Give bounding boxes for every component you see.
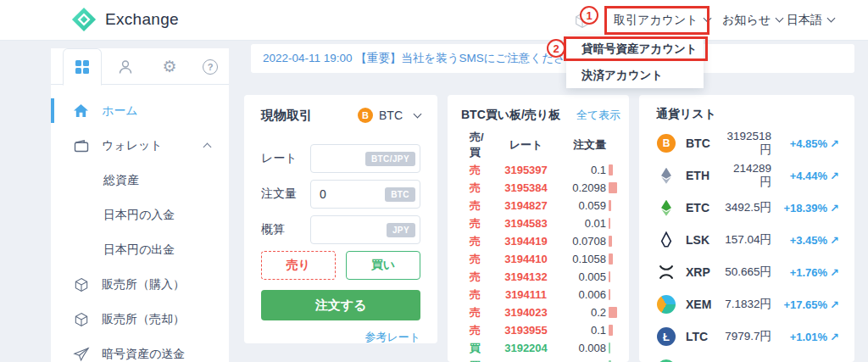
nav-news[interactable]: お知らせ bbox=[722, 0, 782, 40]
depth-bar bbox=[609, 325, 613, 336]
sidebar-item-sales-buy[interactable]: 販売所（購入） bbox=[51, 267, 229, 302]
reference-rate-link[interactable]: 参考レート bbox=[261, 330, 420, 345]
order-side: 売 bbox=[461, 287, 493, 303]
tab-apps[interactable] bbox=[63, 48, 102, 86]
xrp-icon bbox=[656, 263, 676, 281]
tab-help[interactable]: ? bbox=[191, 48, 230, 85]
currency-list-rows: BBTC3192518円+4.85%↗ETH214289円+4.44%↗ETC3… bbox=[656, 127, 839, 362]
depth-bar-slot bbox=[606, 218, 620, 229]
order-book-title: BTC買い板/売り板 bbox=[461, 108, 576, 123]
sell-button[interactable]: 売り bbox=[261, 251, 336, 280]
paper-plane-icon bbox=[73, 347, 90, 362]
currency-row[interactable]: XRP50.665円+1.76%↗ bbox=[656, 256, 839, 288]
currency-symbol: ETC bbox=[686, 201, 723, 214]
chevron-down-icon bbox=[414, 109, 422, 118]
trend-up-icon: ↗ bbox=[830, 170, 839, 182]
order-rate: 3194827 bbox=[493, 199, 559, 212]
currency-list-card: 通貨リスト BBTC3192518円+4.85%↗ETH214289円+4.44… bbox=[639, 95, 854, 362]
sidebar-item-home[interactable]: ホーム bbox=[51, 93, 229, 128]
order-book-rows: 売31953970.1売31953840.2098売31948270.059売3… bbox=[461, 161, 620, 362]
wallet-icon bbox=[73, 137, 90, 154]
currency-change: +17.65%↗ bbox=[776, 298, 839, 311]
sidebar-item-label: 総資産 bbox=[103, 173, 139, 188]
trend-up-icon: ↗ bbox=[830, 298, 839, 311]
sidebar-item-wallet[interactable]: ウォレット bbox=[51, 128, 229, 163]
order-qty: 0.008 bbox=[559, 342, 606, 354]
sidebar-item-total-assets[interactable]: 総資産 bbox=[51, 163, 229, 198]
eth-icon bbox=[656, 166, 676, 185]
sidebar-item-label: 日本円の入金 bbox=[103, 208, 175, 223]
sidebar-item-sales-sell[interactable]: 販売所（売却） bbox=[51, 302, 229, 337]
sidebar-nav: ホーム ウォレット 総資産 日本円の入金 日本円の出金 bbox=[51, 85, 229, 362]
chevron-down-icon bbox=[827, 14, 836, 23]
currency-row[interactable]: BBTC3192518円+4.85%↗ bbox=[656, 127, 839, 159]
currency-row[interactable]: ŁLTC7979.7円+1.01%↗ bbox=[656, 320, 839, 353]
depth-bar bbox=[609, 164, 613, 175]
show-all-link[interactable]: 全て表示 bbox=[576, 108, 620, 123]
amount-input[interactable]: 0 BTC bbox=[310, 180, 420, 209]
currency-symbol: XEM bbox=[686, 298, 723, 311]
order-side: 売 bbox=[461, 181, 493, 196]
currency-price: 157.04円 bbox=[723, 232, 776, 248]
order-side: 売 bbox=[461, 252, 493, 267]
spot-trading-title: 現物取引 bbox=[261, 108, 358, 124]
nav-language-label: 日本語 bbox=[787, 13, 822, 28]
currency-row[interactable]: ETC3492.5円+18.39%↗ bbox=[656, 192, 839, 224]
cube-icon bbox=[73, 311, 90, 328]
order-rate: 3194132 bbox=[493, 270, 559, 283]
order-qty: 0.1 bbox=[559, 324, 606, 337]
trend-up-icon: ↗ bbox=[830, 331, 839, 343]
estimate-unit-badge: JPY bbox=[387, 223, 415, 237]
order-qty: 0.059 bbox=[559, 199, 606, 212]
currency-symbol: XRP bbox=[686, 265, 723, 279]
estimate-input[interactable]: JPY bbox=[310, 215, 420, 244]
sidebar-item-label: 販売所（購入） bbox=[102, 277, 185, 292]
apps-grid-icon bbox=[75, 60, 89, 74]
sidebar-item-jpy-withdrawal[interactable]: 日本円の出金 bbox=[51, 232, 229, 267]
currency-row[interactable]: LSK157.04円+3.45%↗ bbox=[656, 224, 839, 256]
depth-bar bbox=[609, 218, 610, 229]
currency-price: 3492.5円 bbox=[723, 200, 776, 215]
currency-row[interactable]: XEM7.1832円+17.65%↗ bbox=[656, 288, 839, 320]
currency-symbol: BTC bbox=[686, 136, 723, 150]
pair-selector[interactable]: B BTC bbox=[358, 108, 420, 123]
order-rate: 3193955 bbox=[493, 324, 559, 337]
order-book-row: 売31953970.1 bbox=[461, 161, 620, 179]
sidebar-item-label: ウォレット bbox=[102, 138, 163, 153]
submit-order-button[interactable]: 注文する bbox=[261, 290, 420, 320]
highlight-box-step1 bbox=[604, 6, 709, 35]
header: Exchange 取引アカウント お知らせ 日本語 bbox=[0, 0, 868, 40]
buy-button[interactable]: 買い bbox=[346, 251, 420, 280]
sidebar-item-crypto-send[interactable]: 暗号資産の送金 bbox=[51, 337, 229, 362]
currency-price: 214289円 bbox=[723, 162, 776, 190]
order-qty: 0.1058 bbox=[559, 253, 606, 265]
order-book-row: 売31944190.0708 bbox=[461, 232, 620, 250]
col-qty: 注文量 bbox=[559, 137, 606, 153]
order-qty: 0.1 bbox=[559, 164, 606, 176]
currency-row[interactable]: ETH214289円+4.44%↗ bbox=[656, 159, 839, 192]
order-book-card: BTC買い板/売り板 全て表示 売/買 レート 注文量 売31953970.1売… bbox=[448, 95, 629, 362]
nav-language[interactable]: 日本語 bbox=[787, 0, 834, 40]
currency-change: +1.76%↗ bbox=[776, 266, 839, 279]
currency-change: +1.01%↗ bbox=[776, 331, 839, 343]
depth-bar-slot bbox=[606, 271, 620, 282]
pair-label: BTC bbox=[379, 109, 403, 122]
order-rate: 3194111 bbox=[493, 288, 559, 301]
depth-bar-slot bbox=[606, 200, 620, 211]
depth-bar-slot bbox=[606, 343, 620, 354]
brand[interactable]: Exchange bbox=[71, 7, 179, 32]
rate-input[interactable]: BTC/JPY bbox=[310, 144, 420, 173]
annotation-step1: 1 bbox=[580, 6, 598, 25]
dropdown-item-settlement-account[interactable]: 決済アカウント bbox=[566, 62, 704, 88]
col-rate: レート bbox=[493, 137, 559, 153]
sidebar-item-label: ホーム bbox=[102, 103, 138, 119]
order-side: 売 bbox=[461, 163, 493, 178]
tab-settings[interactable]: ⚙ bbox=[150, 48, 189, 85]
order-book-row: 売31945830.01 bbox=[461, 214, 620, 232]
order-book-row: 買 bbox=[461, 357, 620, 362]
currency-list-title: 通貨リスト bbox=[656, 107, 839, 124]
order-qty: 0.2 bbox=[559, 306, 606, 319]
sidebar-item-jpy-deposit[interactable]: 日本円の入金 bbox=[51, 198, 229, 232]
tab-profile[interactable] bbox=[106, 48, 145, 85]
amount-unit-badge: BTC bbox=[385, 187, 415, 202]
